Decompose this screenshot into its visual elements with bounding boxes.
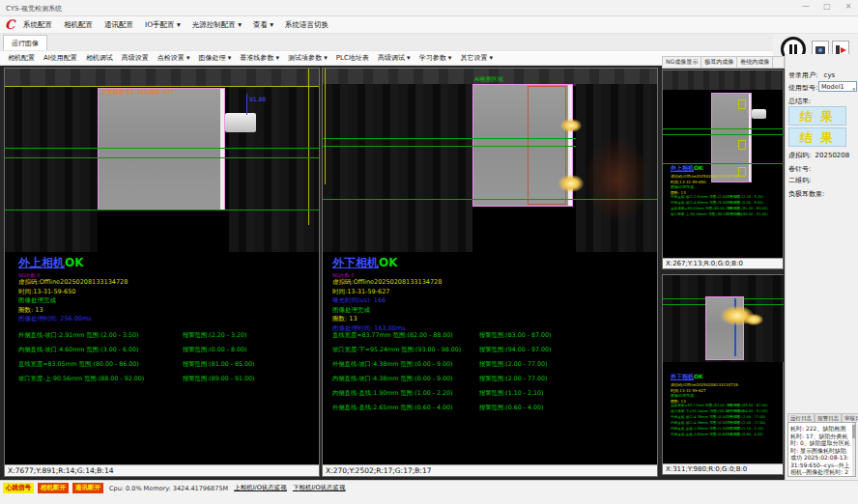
toolbar-item[interactable]: 高级设置: [122, 53, 149, 63]
measurement-value: 直线宽度=83.77mm 范围:(82.00 - 88.00): [332, 327, 479, 342]
alarm-range: 报警范围:(1.10 - 2.10): [479, 385, 544, 400]
lower-camera-image[interactable]: AI检测区域: [323, 69, 657, 252]
menu-bar: C 系统配置相机配置通讯配置IO手配置 ▾光源控制配置 ▾查看 ▾系统语言切换: [0, 16, 858, 34]
menu-item[interactable]: 光源控制配置 ▾: [192, 20, 242, 30]
dark-region: [229, 86, 319, 252]
toolbar-item[interactable]: AI使用配置: [43, 53, 77, 63]
lower-camera-info: 外下相机OK NG次数:0 虚拟码:Offline202502081331347…: [332, 252, 442, 333]
upper-camera-io-link[interactable]: 上相机I/O状态监视: [234, 484, 287, 492]
thumb1-info: 外上相机OK 虚拟码:Offline20250208133134728 时间:1…: [671, 155, 738, 195]
alarm-range: 报警范围:(89.00 - 91.00): [727, 211, 768, 217]
thumb-tab[interactable]: 卷绕内成像: [737, 57, 773, 68]
menu-item[interactable]: 查看 ▾: [253, 20, 273, 30]
reflection-glow: [560, 119, 582, 132]
neg-tab-count-label: 负极耳数量:: [788, 189, 824, 199]
roi-box: [738, 99, 746, 109]
chevron-down-icon: ▾: [852, 84, 855, 94]
measurement-value: 外侧直线-直线:2.65mm 范围:(0.60 - 4.00): [671, 432, 727, 437]
proc-time-line: 图像处理时间: 256.00ms: [18, 315, 128, 324]
result-ok: OK: [379, 256, 398, 269]
measurement-value: 内侧直线-坡口:4.38mm 范围:(0.00 - 9.00): [332, 371, 479, 385]
toolbar-item[interactable]: 基准线参数 ▾: [240, 53, 279, 63]
total-result-label: 总结果:: [788, 97, 811, 106]
lower-measurements: 直线宽度=83.77mm 范围:(82.00 - 88.00) 报警范围:(83…: [332, 327, 655, 414]
measurement-value: 内侧直线-直线:1.90mm 范围:(1.00 - 2.20): [332, 385, 479, 400]
measurement-value: 坡口宽度-下=95.24mm 范围:(93.00 - 98.00): [332, 342, 479, 356]
menu-item[interactable]: 系统配置: [23, 20, 52, 30]
measure-overlay-line: [663, 134, 784, 135]
measure-overlay-line: [5, 157, 319, 158]
measurement-row: 坡口宽度-上:90.56mm 范围:(88.00 - 92.00) 报警范围:(…: [18, 371, 317, 385]
toolbar-item[interactable]: 图像处理 ▾: [199, 53, 232, 63]
exposure-line: 曝光时间(us): 166: [332, 296, 442, 306]
result-ok: OK: [694, 373, 703, 379]
measure-value-label: 91.88: [249, 96, 266, 102]
result-ok: OK: [694, 164, 703, 171]
thumb-ng-display[interactable]: 外上相机OK 虚拟码:Offline20250208133134728 时间:1…: [662, 70, 784, 269]
user-label: 登录用户:: [788, 71, 817, 79]
menu-item[interactable]: IO手配置 ▾: [145, 20, 181, 30]
toolbar-item[interactable]: 其它设置 ▾: [460, 53, 493, 63]
baseline-overlay: [5, 86, 319, 87]
turns-line: 圈数: 13: [332, 315, 442, 324]
measurement-value: 内侧直线-坡口:4.60mm 范围:(3.00 - 6.00): [18, 342, 183, 356]
log-output[interactable]: 耗时: 222、缺陷检测耗时: 17、缺陷分类耗时: 0、缺陷提取分区耗时: 显…: [787, 422, 856, 477]
measurement-value: 坡口宽度-上:90.56mm 范围:(88.00 - 92.00): [671, 211, 727, 217]
electrode-block: [98, 88, 225, 210]
tab-run-image[interactable]: 运行图像: [3, 35, 47, 50]
log-scrollbar[interactable]: [852, 423, 855, 476]
thumb-tab[interactable]: NG成像显示: [663, 57, 701, 68]
title-bar: CYS-视觉检测系统 — □ ✕: [0, 0, 858, 16]
close-icon[interactable]: ✕: [843, 2, 854, 11]
alarm-range: 报警范围:(2.00 - 77.00): [479, 356, 548, 371]
status-badge: 心跳信号: [3, 483, 34, 493]
info-sidebar: 登录用户: cys 使用型号: Model1 ▾ 总结果: 结 果 结 果 虚拟…: [785, 54, 858, 480]
measurement-row: 外侧直线-坡口:2.91mm 范围:(2.00 - 3.50) 报警范围:(2.…: [18, 327, 317, 342]
thumb-tab[interactable]: 极耳内成像: [701, 57, 737, 68]
panel-lower-camera: AI检测区域 外下相机OK NG次数:0 虚拟码:Offline20250208…: [322, 68, 658, 477]
model-select[interactable]: Model1 ▾: [818, 81, 857, 92]
lower-camera-io-link[interactable]: 下相机I/O状态监视: [293, 484, 346, 492]
minimize-icon[interactable]: —: [800, 2, 812, 11]
reflection-glow: [558, 175, 584, 192]
separator-edge: [749, 94, 751, 182]
toolbar-item[interactable]: 相机调试: [86, 53, 113, 63]
roi-box: [738, 140, 746, 150]
maximize-icon[interactable]: □: [821, 2, 833, 11]
measure-line: [246, 94, 247, 115]
model-label: 使用型号:: [788, 83, 817, 93]
measurement-row: 内侧直线-坡口:4.60mm 范围:(3.00 - 6.00) 报警范围:(0.…: [18, 342, 317, 356]
toolbar-item[interactable]: PLC地址表: [336, 53, 369, 63]
exit-arrow-icon: [841, 47, 846, 53]
measurement-row: 外侧直线-坡口:4.38mm 范围:(0.00 - 9.00) 报警范围:(2.…: [332, 356, 655, 371]
toolbar-item[interactable]: 学习参数 ▾: [419, 53, 452, 63]
status-badge: 相机断开: [38, 483, 69, 493]
virtual-code-label: 虚拟码:: [788, 152, 811, 159]
menu-item[interactable]: 相机配置: [64, 20, 93, 30]
reflection-glow: [744, 314, 763, 325]
measure-overlay-line: [5, 148, 319, 149]
qr-code-label: 二维码:: [788, 176, 811, 185]
done-line: 图像处理完成: [332, 306, 442, 316]
camera-name: 外下相机: [671, 373, 694, 379]
upper-camera-image[interactable]: 灰度阈值:93, 动态阈值:100 91.88: [5, 69, 319, 252]
camera-name: 外下相机: [332, 256, 379, 269]
toolbar-item[interactable]: 点检设置 ▾: [157, 53, 190, 63]
cpu-memory-text: Cpu: 0.0% Memory: 3424.41796875M: [109, 485, 228, 492]
baseline-overlay: [325, 69, 326, 184]
menu-item[interactable]: 通讯配置: [104, 20, 133, 30]
menu-items: 系统配置相机配置通讯配置IO手配置 ▾光源控制配置 ▾查看 ▾系统语言切换: [23, 16, 329, 34]
measurement-row: 坡口宽度-上:90.56mm 范围:(88.00 - 92.00) 报警范围:(…: [671, 211, 781, 217]
log-text: 耗时: 222、缺陷检测耗时: 17、缺陷分类耗时: 0、缺陷提取分区耗时: 显…: [790, 425, 850, 477]
thumb-winding-display[interactable]: 外下相机OK 虚拟码:Offline20250208133134728 时间:1…: [662, 274, 784, 475]
measurement-row: 内侧直线-坡口:4.38mm 范围:(0.00 - 9.00) 报警范围:(2.…: [332, 371, 655, 385]
menu-item[interactable]: 系统语言切换: [285, 20, 329, 30]
toolbar-item[interactable]: 测试项参数 ▾: [288, 53, 328, 63]
barcode-line: 虚拟码:Offline20250208133134728: [671, 382, 738, 388]
measurement-row: 内侧直线-直线:1.90mm 范围:(1.00 - 2.20) 报警范围:(1.…: [332, 385, 655, 400]
toolbar-item[interactable]: 高级调试 ▾: [378, 53, 411, 63]
ai-area-label: AI检测区域: [474, 75, 503, 84]
thumb1-coord-bar: X:267;Y:13;R:0;G:0;B:0: [663, 258, 783, 268]
toolbar-item[interactable]: 相机配置: [8, 53, 35, 63]
machine-band: [5, 69, 319, 86]
